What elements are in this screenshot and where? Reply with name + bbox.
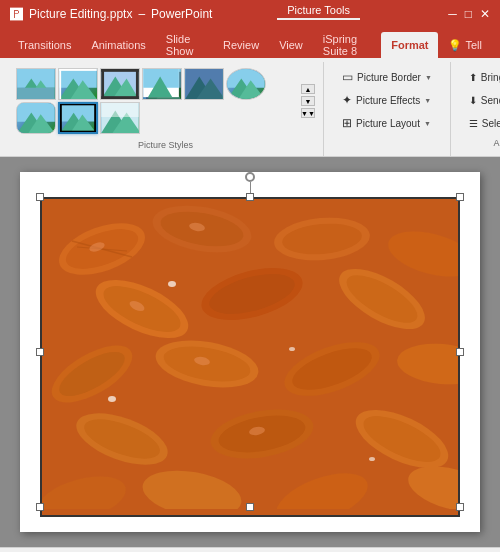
effects-dropdown-arrow: ▼ — [424, 97, 431, 104]
picture-tools-label: Picture Tools — [277, 2, 360, 20]
send-backward-icon: ⬇ — [469, 95, 477, 106]
bring-forward-label: Bring Forwa... — [481, 72, 500, 83]
selection-pane-button[interactable]: ☰ Selection Par... — [463, 112, 500, 134]
scroll-down-button[interactable]: ▼ — [301, 96, 315, 106]
title-controls[interactable]: ─ □ ✕ — [448, 7, 490, 21]
selection-icon: ☰ — [469, 118, 478, 129]
tab-review[interactable]: Review — [213, 32, 269, 58]
svg-rect-8 — [59, 69, 97, 71]
minimize-button[interactable]: ─ — [448, 7, 457, 21]
status-bar: Slide 1 of 1 Notes Comments — [0, 547, 500, 552]
tab-animations[interactable]: Animations — [81, 32, 155, 58]
title-bar-left: 🅿 Picture Editing.pptx – PowerPoint — [10, 7, 212, 22]
send-backward-button[interactable]: ⬇ Send Backwa... — [463, 89, 500, 111]
slide-area — [0, 157, 500, 547]
style-thumb-5[interactable] — [184, 68, 224, 100]
handle-middle-right[interactable] — [456, 348, 464, 356]
commands-group: ▭ Picture Border ▼ ✦ Picture Effects ▼ ⊞… — [324, 62, 451, 156]
send-backward-label: Send Backwa... — [481, 95, 500, 106]
maximize-button[interactable]: □ — [465, 7, 472, 21]
picture-layout-label: Picture Layout — [356, 118, 420, 129]
svg-point-82 — [369, 457, 375, 461]
handle-bottom-left[interactable] — [36, 503, 44, 511]
almond-image[interactable] — [40, 197, 460, 517]
layout-icon: ⊞ — [342, 116, 352, 130]
selected-image-container[interactable] — [40, 197, 460, 507]
svg-point-79 — [168, 281, 176, 287]
svg-rect-14 — [136, 69, 139, 99]
svg-point-80 — [289, 347, 295, 351]
selection-pane-label: Selection Par... — [482, 118, 500, 129]
app-icon: 🅿 — [10, 7, 23, 22]
picture-effects-label: Picture Effects — [356, 95, 420, 106]
tab-slideshow[interactable]: Slide Show — [156, 32, 213, 58]
picture-commands: ▭ Picture Border ▼ ✦ Picture Effects ▼ ⊞… — [332, 64, 442, 136]
tab-view[interactable]: View — [269, 32, 313, 58]
layout-dropdown-arrow: ▼ — [424, 120, 431, 127]
tab-format[interactable]: Format — [381, 32, 438, 58]
lightbulb-icon: 💡 — [448, 39, 462, 52]
svg-rect-3 — [17, 88, 55, 99]
bring-forward-button[interactable]: ⬆ Bring Forwa... — [463, 66, 500, 88]
tab-transitions[interactable]: Transitions — [8, 32, 81, 58]
picture-effects-button[interactable]: ✦ Picture Effects ▼ — [336, 89, 438, 111]
handle-bottom-center[interactable] — [246, 503, 254, 511]
scroll-up-button[interactable]: ▲ — [301, 84, 315, 94]
svg-rect-27 — [227, 69, 265, 88]
handle-middle-left[interactable] — [36, 348, 44, 356]
handle-top-center[interactable] — [246, 193, 254, 201]
picture-layout-button[interactable]: ⊞ Picture Layout ▼ — [336, 112, 438, 134]
picture-styles-gallery — [16, 68, 296, 134]
style-thumb-8[interactable] — [58, 102, 98, 134]
style-thumb-1[interactable] — [16, 68, 56, 100]
svg-rect-30 — [17, 103, 55, 122]
app-name-label: PowerPoint — [151, 7, 212, 21]
svg-rect-13 — [101, 69, 139, 72]
ribbon-tabs: Transitions Animations Slide Show Review… — [0, 28, 500, 58]
arrange-commands: ⬆ Bring Forwa... ⬇ Send Backwa... ☰ Sele… — [459, 64, 500, 136]
rotate-circle[interactable] — [245, 172, 255, 182]
title-bar: 🅿 Picture Editing.pptx – PowerPoint Pict… — [0, 0, 500, 28]
svg-rect-33 — [61, 104, 96, 122]
tellme-label: Tell — [465, 39, 482, 51]
scroll-more-button[interactable]: ▼▼ — [301, 108, 315, 118]
svg-marker-40 — [101, 103, 139, 117]
picture-border-button[interactable]: ▭ Picture Border ▼ — [336, 66, 438, 88]
style-thumb-6[interactable] — [226, 68, 266, 100]
effects-icon: ✦ — [342, 93, 352, 107]
app-name: – — [138, 7, 145, 21]
picture-styles-content: ▲ ▼ ▼▼ — [16, 64, 315, 138]
style-scroll-controls: ▲ ▼ ▼▼ — [301, 84, 315, 118]
close-button[interactable]: ✕ — [480, 7, 490, 21]
slide-canvas — [20, 172, 480, 532]
tab-ispring[interactable]: iSpring Suite 8 — [313, 32, 381, 58]
handle-top-left[interactable] — [36, 193, 44, 201]
svg-point-81 — [108, 396, 116, 402]
handle-bottom-right[interactable] — [456, 503, 464, 511]
bring-forward-icon: ⬆ — [469, 72, 477, 83]
style-thumb-9[interactable] — [100, 102, 140, 134]
handle-top-right[interactable] — [456, 193, 464, 201]
arrange-label: Arrange — [459, 136, 500, 152]
style-thumb-2[interactable] — [58, 68, 98, 100]
arrange-group: ⬆ Bring Forwa... ⬇ Send Backwa... ☰ Sele… — [451, 62, 500, 156]
title-text: Picture Editing.pptx — [29, 7, 132, 21]
svg-rect-15 — [101, 96, 139, 99]
border-dropdown-arrow: ▼ — [425, 74, 432, 81]
tab-tellme[interactable]: 💡 Tell — [438, 32, 492, 58]
ribbon-content: ▲ ▼ ▼▼ Picture Styles ▭ Picture Border ▼… — [0, 58, 500, 157]
svg-rect-0 — [17, 69, 55, 88]
svg-rect-4 — [59, 69, 97, 88]
picture-styles-group: ▲ ▼ ▼▼ Picture Styles — [8, 62, 324, 156]
svg-rect-12 — [101, 69, 104, 99]
svg-rect-26 — [185, 69, 223, 99]
style-thumb-7[interactable] — [16, 102, 56, 134]
svg-rect-7 — [59, 69, 61, 99]
style-thumb-4[interactable] — [142, 68, 182, 100]
picture-border-label: Picture Border — [357, 72, 421, 83]
style-thumb-3[interactable] — [100, 68, 140, 100]
border-icon: ▭ — [342, 70, 353, 84]
picture-styles-label: Picture Styles — [16, 138, 315, 154]
